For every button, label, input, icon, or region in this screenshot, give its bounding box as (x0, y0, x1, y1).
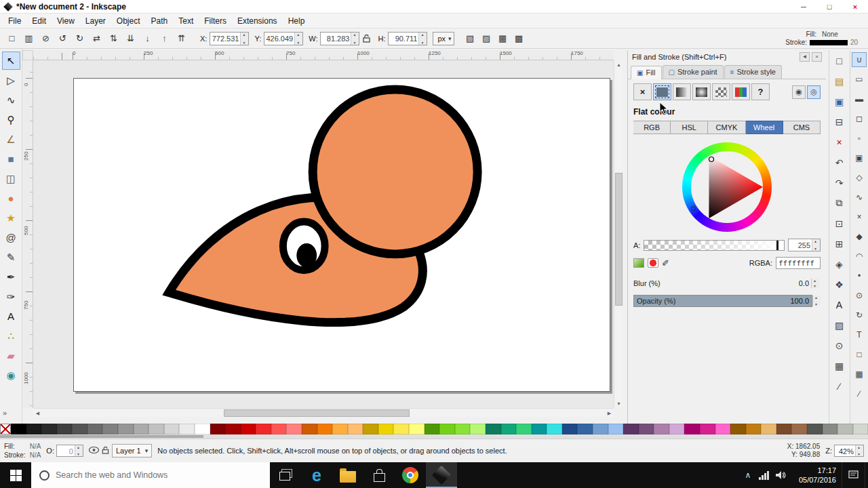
palette-swatch[interactable] (149, 424, 164, 434)
zoom-spinner[interactable] (855, 445, 863, 456)
menu-item[interactable]: View (52, 14, 80, 28)
menu-item[interactable]: File (3, 14, 26, 28)
menu-item[interactable]: Help (283, 14, 311, 28)
width-input[interactable]: 81.283 (320, 32, 359, 45)
snap-midpoints-button[interactable]: • (852, 268, 867, 283)
box3d-tool[interactable]: ◫ (2, 169, 20, 188)
close-button[interactable]: × (842, 0, 868, 13)
flip-vertical-button[interactable]: ⇅ (106, 30, 121, 46)
palette-swatch[interactable] (11, 424, 26, 434)
opacity-spinner[interactable] (812, 296, 821, 306)
fill-rule-evenodd-button[interactable]: ◎ (807, 85, 821, 99)
vertical-scrollbar[interactable]: ▲ ▼ (614, 60, 623, 408)
colorspace-tab[interactable]: Wheel (746, 121, 783, 134)
scroll-up-icon[interactable]: ▲ (614, 60, 623, 69)
toolbox-expander-button[interactable]: » (3, 409, 7, 417)
guides-button[interactable]: ∕ (831, 378, 848, 394)
sb-opacity-input[interactable]: 0 (56, 445, 83, 457)
canvas-page[interactable] (73, 78, 610, 392)
inkscape-taskbar-button[interactable] (426, 462, 457, 488)
clone-button[interactable]: ◈ (831, 256, 848, 272)
search-input[interactable] (56, 470, 245, 480)
palette-swatch[interactable] (532, 424, 547, 434)
palette-swatch[interactable] (700, 424, 715, 434)
palette-swatch[interactable] (57, 424, 73, 434)
x-input[interactable]: 772.531 (210, 32, 249, 45)
fill-rule-nonzero-button[interactable]: ◉ (792, 85, 806, 99)
scroll-left-icon[interactable]: ◀ (33, 409, 42, 418)
palette-swatch[interactable] (791, 424, 807, 434)
palette-swatch[interactable] (348, 424, 363, 434)
fill-stroke-indicator[interactable]: Fill: N/A Stroke: N/A (4, 442, 41, 460)
palette-swatch[interactable] (823, 424, 838, 434)
palette-swatch[interactable] (179, 424, 195, 434)
new-document-button[interactable]: □ (831, 52, 848, 69)
gradient-editor-button[interactable]: ▨ (831, 317, 848, 333)
chrome-button[interactable] (395, 462, 426, 488)
scroll-down-icon[interactable]: ▼ (614, 399, 623, 408)
star-tool[interactable]: ★ (2, 209, 20, 227)
blur-value[interactable]: 0.0 (799, 279, 809, 287)
paint-flat-colour-button[interactable] (653, 83, 671, 100)
spiral-tool[interactable]: @ (2, 228, 20, 247)
file-explorer-button[interactable] (332, 462, 363, 488)
palette-swatch[interactable] (470, 424, 486, 434)
alpha-input[interactable]: 255 (788, 239, 821, 251)
snap-paths-button[interactable]: ∿ (852, 190, 867, 205)
palette-swatch[interactable] (118, 424, 134, 434)
layer-visibility-icon[interactable] (89, 446, 99, 455)
snap-text-baseline-button[interactable]: T (852, 327, 867, 342)
color-profile-icon[interactable] (648, 258, 658, 268)
menu-item[interactable]: Edit (26, 14, 52, 28)
palette-swatch[interactable] (684, 424, 700, 434)
vertical-scrollbar-thumb[interactable] (615, 173, 623, 306)
menu-item[interactable]: Object (111, 14, 146, 28)
taskbar-clock[interactable]: 17:17 05/07/2016 (789, 462, 842, 488)
colorspace-tab[interactable]: CMS (783, 121, 821, 134)
dialog-tab[interactable]: ▢Stroke paint (663, 65, 724, 79)
y-spinner[interactable] (294, 33, 302, 45)
palette-swatch[interactable] (807, 424, 823, 434)
open-document-button[interactable]: ▤ (831, 73, 848, 89)
palette-swatch[interactable] (271, 424, 287, 434)
colorspace-tab[interactable]: CMYK (708, 121, 745, 134)
snap-bbox-corners-button[interactable]: ◻ (852, 111, 867, 126)
palette-swatch[interactable] (425, 424, 440, 434)
snap-bbox-edges-button[interactable]: ▬ (852, 92, 867, 106)
dialog-tab[interactable]: ▣Fill (631, 66, 662, 79)
palette-swatch[interactable] (730, 424, 746, 434)
canvas[interactable] (33, 60, 614, 408)
gamut-swatch-icon[interactable] (633, 258, 644, 268)
save-document-button[interactable]: ▣ (831, 93, 848, 110)
pencil-tool[interactable]: ✎ (2, 248, 20, 266)
menu-item[interactable]: Path (146, 14, 174, 28)
redo-button[interactable]: ↷ (831, 174, 848, 191)
raise-button[interactable]: ↑ (157, 30, 172, 46)
zoom-tool[interactable]: ⚲ (2, 110, 20, 129)
palette-swatch[interactable] (654, 424, 669, 434)
affect-patterns-button[interactable]: ▩ (511, 30, 527, 46)
start-button[interactable] (0, 462, 31, 488)
palette-swatch[interactable] (317, 424, 333, 434)
fill-indicator-value[interactable]: None (819, 30, 860, 39)
snap-bbox-centers-button[interactable]: ▣ (852, 150, 867, 165)
palette-swatch[interactable] (776, 424, 792, 434)
blur-spinner[interactable] (811, 279, 819, 288)
palette-swatch[interactable] (623, 424, 639, 434)
snap-cusp-nodes-button[interactable]: ◆ (852, 229, 867, 244)
minimize-button[interactable]: ─ (791, 0, 816, 13)
sb-opacity-spinner[interactable] (75, 445, 83, 456)
paint-swatch-button[interactable] (732, 83, 750, 100)
x-spinner[interactable] (240, 33, 248, 45)
stroke-color-swatch[interactable] (810, 40, 848, 45)
pen-tool[interactable]: ✒ (2, 268, 20, 286)
pick-color-icon[interactable]: ✐ (662, 258, 669, 268)
snap-intersections-button[interactable]: × (852, 209, 867, 224)
palette-swatch[interactable] (516, 424, 532, 434)
palette-none-swatch[interactable] (0, 424, 11, 434)
palette-swatch[interactable] (639, 424, 654, 434)
alpha-slider-handle[interactable] (776, 241, 778, 250)
store-button[interactable] (363, 462, 395, 488)
palette-swatch[interactable] (409, 424, 425, 434)
paste-button[interactable]: ⊡ (831, 215, 848, 232)
